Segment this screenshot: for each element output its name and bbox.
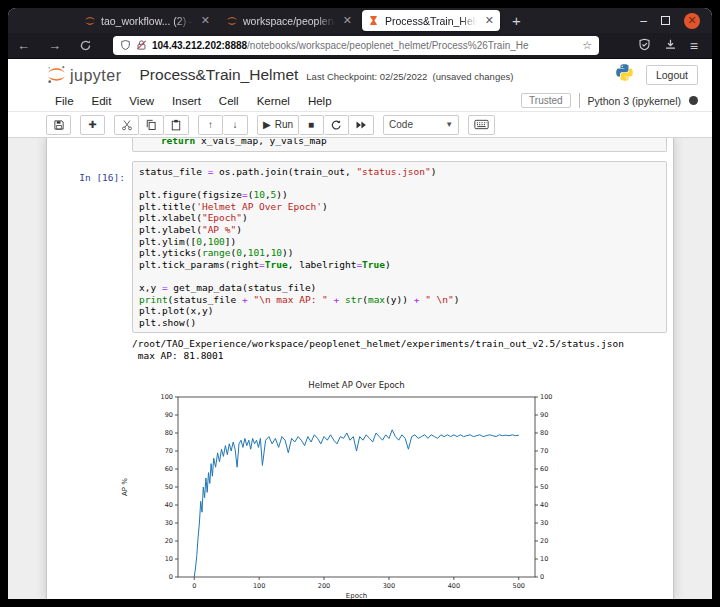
play-icon: ▶ xyxy=(263,119,271,130)
svg-text:40: 40 xyxy=(540,501,548,509)
svg-text:90: 90 xyxy=(165,411,173,419)
svg-text:50: 50 xyxy=(165,483,173,491)
menu-view[interactable]: View xyxy=(120,95,163,107)
svg-text:10: 10 xyxy=(165,555,173,563)
tab-process-train-helmet-active[interactable]: Process&Train_Helmet - J ✕ xyxy=(362,10,500,31)
window-minimize-button[interactable]: – xyxy=(640,17,647,25)
cell-type-dropdown[interactable]: Code▼ xyxy=(383,115,459,135)
matplotlib-figure: 0010102020303040405050606070708080909010… xyxy=(113,374,673,600)
trusted-badge[interactable]: Trusted xyxy=(521,93,571,108)
window-maximize-button[interactable] xyxy=(661,16,670,25)
restart-kernel-button[interactable] xyxy=(324,115,349,135)
url-text: 104.43.212.202:8888/notebooks/workspace/… xyxy=(152,40,577,51)
add-cell-button[interactable]: ✚ xyxy=(80,115,105,135)
notebook-scroll-area[interactable]: return x_vals_map, y_vals_map In [16]: s… xyxy=(8,138,712,599)
svg-text:50: 50 xyxy=(540,483,548,491)
svg-text:80: 80 xyxy=(540,429,548,437)
command-palette-button[interactable] xyxy=(468,115,495,135)
logout-button[interactable]: Logout xyxy=(646,65,698,85)
svg-text:0: 0 xyxy=(169,573,173,581)
menu-insert[interactable]: Insert xyxy=(163,95,210,107)
run-cell-button[interactable]: ▶Run xyxy=(257,115,299,135)
svg-text:30: 30 xyxy=(165,519,173,527)
move-cell-up-button[interactable]: ↑ xyxy=(198,115,223,135)
svg-text:20: 20 xyxy=(540,537,548,545)
svg-text:Helmet AP Over Epoch: Helmet AP Over Epoch xyxy=(308,380,404,390)
svg-text:400: 400 xyxy=(448,582,460,590)
svg-text:Epoch: Epoch xyxy=(346,592,367,600)
jupyter-toolbar: ✚ ↑ ↓ ▶Run ■ Code▼ xyxy=(8,112,712,138)
jupyter-favicon-icon xyxy=(84,15,96,27)
svg-text:60: 60 xyxy=(165,465,173,473)
notebook-container: return x_vals_map, y_vals_map In [16]: s… xyxy=(46,138,674,599)
new-tab-button[interactable]: + xyxy=(502,12,531,29)
window-close-button[interactable]: ✕ xyxy=(684,13,700,29)
tab-title: Process&Train_Helmet - J xyxy=(385,15,480,27)
menu-help[interactable]: Help xyxy=(299,95,341,107)
code-cell: In [16]: status_file = os.path.join(trai… xyxy=(47,161,673,333)
jupyter-logo[interactable]: jupyter xyxy=(46,64,122,85)
copy-cell-button[interactable] xyxy=(139,115,164,135)
previous-cell-input-partial[interactable]: return x_vals_map, y_vals_map xyxy=(132,138,667,152)
tab-title: workspace/peoplenet_he xyxy=(243,15,338,27)
cell-input-editor[interactable]: status_file = os.path.join(train_out, "s… xyxy=(132,161,667,333)
protections-shield-icon[interactable] xyxy=(638,37,651,55)
menu-cell[interactable]: Cell xyxy=(210,95,248,107)
browser-tab-bar: tao_workflow... (2) - Jupy ✕ workspace/p… xyxy=(8,8,712,33)
svg-text:200: 200 xyxy=(318,582,330,590)
svg-text:20: 20 xyxy=(165,537,173,545)
svg-text:100: 100 xyxy=(540,393,552,401)
notebook-title[interactable]: Process&Train_Helmet xyxy=(140,66,299,84)
forward-button[interactable]: → xyxy=(39,38,70,53)
tab-close-icon[interactable]: ✕ xyxy=(485,15,494,26)
svg-text:100: 100 xyxy=(253,582,265,590)
python-logo-icon xyxy=(615,63,634,86)
jupyter-logo-icon xyxy=(46,64,67,85)
chevron-down-icon: ▼ xyxy=(445,120,453,129)
site-info-shield-icon[interactable] xyxy=(120,37,131,55)
svg-text:AP %: AP % xyxy=(121,477,129,495)
jupyter-logo-text: jupyter xyxy=(70,67,122,85)
save-button[interactable] xyxy=(46,115,71,135)
insecure-lock-icon[interactable] xyxy=(136,37,147,55)
svg-text:60: 60 xyxy=(540,465,548,473)
jupyter-header: jupyter Process&Train_Helmet Last Checkp… xyxy=(8,59,712,90)
url-bar[interactable]: 104.43.212.202:8888/notebooks/workspace/… xyxy=(113,36,599,55)
menu-edit[interactable]: Edit xyxy=(83,95,121,107)
svg-text:500: 500 xyxy=(513,582,525,590)
restart-run-all-button[interactable] xyxy=(349,115,374,135)
tab-close-icon[interactable]: ✕ xyxy=(201,15,210,26)
jupyter-menubar: File Edit View Insert Cell Kernel Help T… xyxy=(8,90,712,112)
svg-text:100: 100 xyxy=(161,393,173,401)
cut-cell-button[interactable] xyxy=(114,115,139,135)
svg-text:30: 30 xyxy=(540,519,548,527)
tab-title: tao_workflow... (2) - Jupy xyxy=(101,15,196,27)
downloads-icon[interactable] xyxy=(664,37,677,55)
move-cell-down-button[interactable]: ↓ xyxy=(223,115,248,135)
menu-hamburger-icon[interactable]: ≡ xyxy=(690,38,698,54)
svg-text:0: 0 xyxy=(540,573,544,581)
menu-kernel[interactable]: Kernel xyxy=(248,95,299,107)
reload-button[interactable] xyxy=(70,39,101,52)
bookmark-star-icon[interactable]: ☆ xyxy=(582,39,592,52)
svg-text:0: 0 xyxy=(192,582,196,590)
kernel-name: Python 3 (ipykernel) xyxy=(588,95,681,107)
interrupt-kernel-button[interactable]: ■ xyxy=(299,115,324,135)
divider xyxy=(579,93,580,108)
browser-window: tao_workflow... (2) - Jupy ✕ workspace/p… xyxy=(8,8,712,599)
menu-file[interactable]: File xyxy=(46,95,83,107)
checkpoint-status: Last Checkpoint: 02/25/2022 (unsaved cha… xyxy=(306,71,513,82)
svg-text:90: 90 xyxy=(540,411,548,419)
cell-prompt: In [16]: xyxy=(79,172,125,183)
tab-close-icon[interactable]: ✕ xyxy=(343,15,352,26)
browser-toolbar: ← → 104.43.212.202:8888/notebooks/worksp… xyxy=(8,33,712,59)
cell-output-text: /root/TAO_Experience/workspace/peoplenet… xyxy=(132,333,673,361)
tab-workspace-peoplenet[interactable]: workspace/peoplenet_he ✕ xyxy=(220,10,358,31)
svg-text:40: 40 xyxy=(165,501,173,509)
tab-tao-workflow[interactable]: tao_workflow... (2) - Jupy ✕ xyxy=(78,10,216,31)
svg-text:70: 70 xyxy=(165,447,173,455)
svg-text:70: 70 xyxy=(540,447,548,455)
paste-cell-button[interactable] xyxy=(164,115,189,135)
helmet-ap-chart: 0010102020303040405050606070708080909010… xyxy=(113,374,573,600)
back-button[interactable]: ← xyxy=(8,38,39,53)
